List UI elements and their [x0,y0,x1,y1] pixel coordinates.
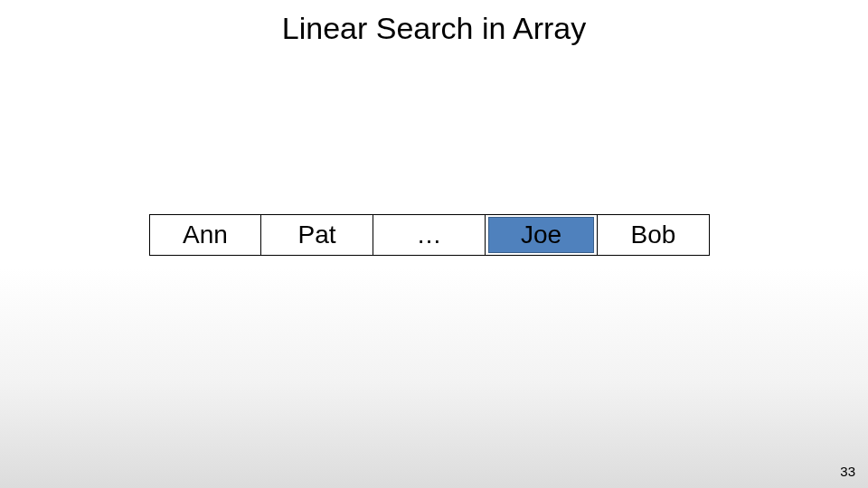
array-cell-highlight: Joe [486,214,598,256]
array-cell: Bob [598,214,710,256]
array-cell-label: Pat [261,215,373,255]
array-cell: Pat [261,214,373,256]
array-cell: Ann [149,214,261,256]
slide-title: Linear Search in Array [0,11,868,46]
array-row: Ann Pat … Joe Bob [149,214,710,256]
page-number: 33 [840,464,855,479]
array-cell-label: … [373,215,485,255]
array-cell-label: Bob [598,215,709,255]
array-cell-label: Joe [488,217,594,253]
array-cell-label: Ann [150,215,260,255]
array-cell: … [373,214,486,256]
